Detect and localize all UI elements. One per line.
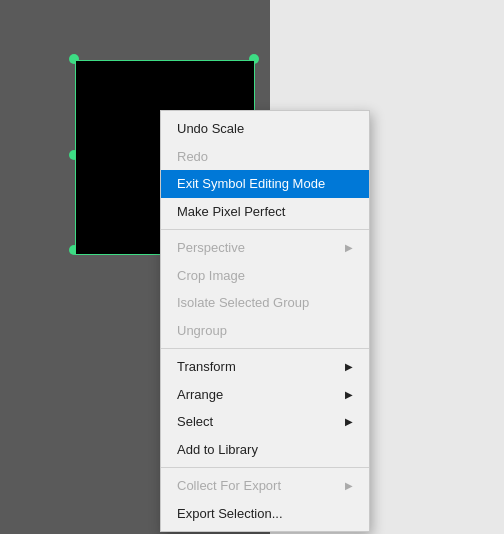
menu-item-label-crop-image: Crop Image (177, 266, 245, 286)
menu-separator (161, 467, 369, 468)
menu-item-crop-image: Crop Image (161, 262, 369, 290)
menu-item-label-transform: Transform (177, 357, 236, 377)
menu-separator (161, 348, 369, 349)
menu-item-label-select: Select (177, 412, 213, 432)
submenu-arrow-icon: ▶ (345, 478, 353, 493)
menu-item-redo: Redo (161, 143, 369, 171)
menu-item-label-isolate-selected-group: Isolate Selected Group (177, 293, 309, 313)
menu-item-arrange[interactable]: Arrange▶ (161, 381, 369, 409)
menu-item-make-pixel-perfect[interactable]: Make Pixel Perfect (161, 198, 369, 226)
context-menu: Undo ScaleRedoExit Symbol Editing ModeMa… (160, 110, 370, 532)
menu-item-perspective: Perspective▶ (161, 234, 369, 262)
menu-item-label-exit-symbol: Exit Symbol Editing Mode (177, 174, 325, 194)
menu-item-label-arrange: Arrange (177, 385, 223, 405)
submenu-arrow-icon: ▶ (345, 414, 353, 429)
menu-item-label-export-selection: Export Selection... (177, 504, 283, 524)
menu-item-label-perspective: Perspective (177, 238, 245, 258)
menu-item-transform[interactable]: Transform▶ (161, 353, 369, 381)
menu-item-ungroup: Ungroup (161, 317, 369, 345)
menu-item-label-redo: Redo (177, 147, 208, 167)
menu-item-export-selection[interactable]: Export Selection... (161, 500, 369, 528)
menu-item-add-to-library[interactable]: Add to Library (161, 436, 369, 464)
menu-item-collect-for-export: Collect For Export▶ (161, 472, 369, 500)
menu-item-undo-scale[interactable]: Undo Scale (161, 115, 369, 143)
submenu-arrow-icon: ▶ (345, 387, 353, 402)
menu-item-label-ungroup: Ungroup (177, 321, 227, 341)
menu-item-select[interactable]: Select▶ (161, 408, 369, 436)
menu-item-label-add-to-library: Add to Library (177, 440, 258, 460)
menu-item-label-undo-scale: Undo Scale (177, 119, 244, 139)
menu-item-label-collect-for-export: Collect For Export (177, 476, 281, 496)
submenu-arrow-icon: ▶ (345, 240, 353, 255)
submenu-arrow-icon: ▶ (345, 359, 353, 374)
menu-item-isolate-selected-group: Isolate Selected Group (161, 289, 369, 317)
menu-item-exit-symbol[interactable]: Exit Symbol Editing Mode (161, 170, 369, 198)
menu-item-label-make-pixel-perfect: Make Pixel Perfect (177, 202, 285, 222)
menu-separator (161, 229, 369, 230)
